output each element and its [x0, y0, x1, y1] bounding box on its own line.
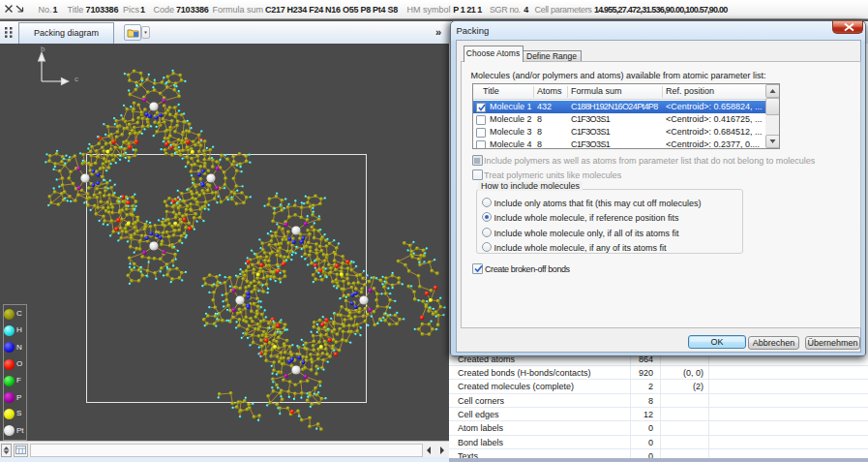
svg-text:b: b	[41, 45, 45, 53]
svg-text:c: c	[75, 75, 78, 83]
